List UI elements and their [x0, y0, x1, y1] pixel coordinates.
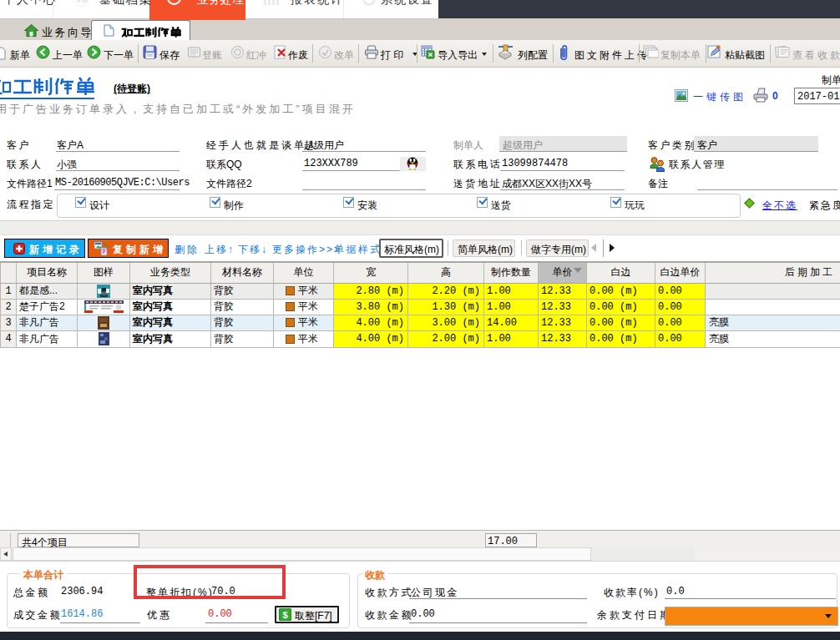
- svg-text:$: $: [282, 610, 287, 620]
